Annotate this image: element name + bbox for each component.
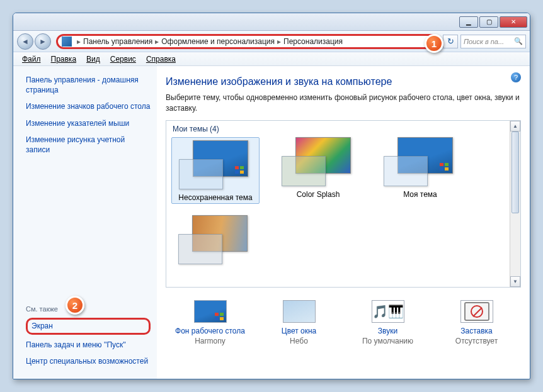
sidebar-seealso-header: См. также [26,305,151,313]
forward-button[interactable]: ► [35,33,51,50]
screensaver-icon [460,300,493,323]
breadcrumb-item[interactable]: Панель управления [83,37,152,46]
footer-link: Цвет окна [261,327,337,335]
footer-link: Фон рабочего стола [173,327,248,335]
control-panel-icon [62,36,72,47]
minimize-button[interactable]: ▁ [459,16,478,28]
footer-screensaver[interactable]: Заставка Отсутствует [439,300,515,345]
navbar: ◄ ► ▸ Панель управления ▸ Оформление и п… [13,31,530,52]
footer-color[interactable]: Цвет окна Небо [261,300,337,345]
search-icon: 🔍 [514,37,523,45]
chevron-right-icon: ▸ [155,37,159,46]
sidebar-mouse-pointers[interactable]: Изменение указателей мыши [26,118,151,128]
menu-edit[interactable]: Правка [46,53,82,65]
theme-thumbnail [178,140,253,189]
main-panel: ? Изменение изображения и звука на компь… [157,66,530,379]
chevron-right-icon: ▸ [277,37,281,46]
window: ▁ ▢ ✕ ◄ ► ▸ Панель управления ▸ Оформлен… [13,13,530,379]
search-placeholder: Поиск в па... [464,38,504,45]
sidebar-desktop-icons[interactable]: Изменение значков рабочего стола [26,101,151,111]
theme-grid: Несохраненная тема Color Splash [166,135,520,271]
theme-label: Color Splash [297,190,340,199]
footer-link: Заставка [439,327,515,335]
theme-item[interactable]: Color Splash [275,137,362,204]
theme-item[interactable]: Моя тема [377,137,464,204]
sidebar: Панель управления - домашняя страница Из… [13,66,157,379]
footer-value: Отсутствует [439,337,515,345]
annotation-callout-1: 1 [425,34,443,53]
theme-thumbnail [382,137,458,186]
scrollbar[interactable]: ▲ ▼ [510,121,520,287]
theme-label: Несохраненная тема [178,193,252,202]
annotation-callout-2: 2 [66,296,84,315]
theme-item[interactable] [171,215,258,268]
theme-item-selected[interactable]: Несохраненная тема [171,137,260,204]
maximize-button[interactable]: ▢ [479,16,498,28]
page-subtext: Выберите тему, чтобы одновременно измени… [166,92,521,114]
page-heading: Изменение изображения и звука на компьют… [166,76,521,87]
refresh-button[interactable]: ↻ [443,35,458,48]
footer-wallpaper[interactable]: Фон рабочего стола Harmony [173,300,248,345]
sidebar-taskbar[interactable]: Панель задач и меню ''Пуск'' [26,340,151,350]
theme-group-label: Мои темы (4) [166,121,520,135]
titlebar: ▁ ▢ ✕ [13,13,530,31]
scroll-track[interactable] [510,132,520,276]
sidebar-home[interactable]: Панель управления - домашняя страница [26,75,151,95]
breadcrumb[interactable]: ▸ Панель управления ▸ Оформление и персо… [56,34,440,49]
search-input[interactable]: Поиск в па... 🔍 [460,35,526,48]
sidebar-account-picture[interactable]: Изменение рисунка учетной записи [26,135,151,155]
chevron-right-icon: ▸ [77,37,81,46]
footer-sounds[interactable]: 🎵🎹 Звуки По умолчанию [350,300,426,345]
sidebar-screen[interactable]: Экран [26,318,151,334]
back-button[interactable]: ◄ [17,33,33,50]
wallpaper-icon [194,300,227,323]
menu-tools[interactable]: Сервис [105,53,141,65]
breadcrumb-item[interactable]: Оформление и персонализация [161,37,275,46]
menu-help[interactable]: Справка [141,53,181,65]
close-button[interactable]: ✕ [500,16,527,28]
footer-value: По умолчанию [350,337,426,345]
footer-options: Фон рабочего стола Harmony Цвет окна Неб… [166,300,521,345]
menu-file[interactable]: Файл [17,53,46,65]
menubar: Файл Правка Вид Сервис Справка [13,52,530,66]
scroll-up-button[interactable]: ▲ [510,121,520,132]
theme-thumbnail [177,215,253,264]
color-icon [283,300,316,323]
help-icon[interactable]: ? [511,72,521,82]
footer-value: Harmony [173,337,248,345]
theme-thumbnail [280,137,356,186]
footer-link: Звуки [350,327,426,335]
theme-pane: Мои темы (4) Несохраненная тема [166,120,521,288]
sound-icon: 🎵🎹 [372,300,404,323]
footer-value: Небо [261,337,337,345]
menu-view[interactable]: Вид [81,53,105,65]
scroll-down-button[interactable]: ▼ [510,276,520,287]
sidebar-ease-of-access[interactable]: Центр специальных возможностей [26,356,151,366]
theme-label: Моя тема [403,190,437,199]
breadcrumb-item[interactable]: Персонализация [283,37,343,46]
nav-buttons: ◄ ► [17,33,51,50]
scroll-thumb[interactable] [512,132,519,213]
body: Панель управления - домашняя страница Из… [13,66,530,379]
